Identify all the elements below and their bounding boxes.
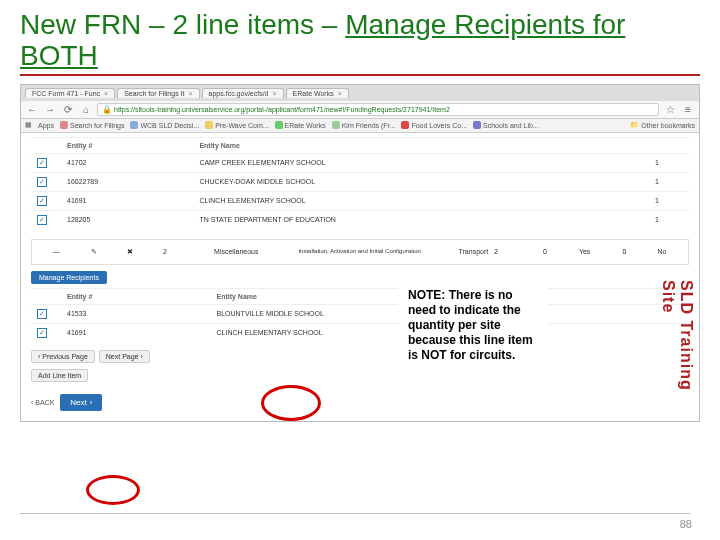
favicon-icon <box>130 121 138 129</box>
table-row: ✓41691CLINCH ELEMENTARY SCHOOL <box>31 323 689 342</box>
entity-name: CAMP CREEK ELEMENTARY SCHOOL <box>193 153 649 172</box>
col-entity-name: Entity Name <box>193 137 649 153</box>
favicon-icon <box>205 121 213 129</box>
chevron-right-icon: › <box>90 398 93 407</box>
table-row: ✓128205TN STATE DEPARTMENT OF EDUCATION1 <box>31 210 689 229</box>
entity-qty: 1 <box>649 172 689 191</box>
transport-val: 2 <box>494 248 498 255</box>
note-callout: NOTE: There is no need to indicate the q… <box>398 282 548 369</box>
forward-icon[interactable]: → <box>43 102 57 116</box>
footer-rule <box>20 513 690 514</box>
entity-id: 41702 <box>61 153 193 172</box>
bookmark-item[interactable]: WCB SLD Decisi... <box>130 121 199 129</box>
table-row: ✓41691CLINCH ELEMENTARY SCHOOL1 <box>31 191 689 210</box>
next-button[interactable]: Next› <box>60 394 102 411</box>
favicon-icon <box>473 121 481 129</box>
bookmark-item[interactable]: Food Lovers Co... <box>401 121 467 129</box>
table-row: ✓41702CAMP CREEK ELEMENTARY SCHOOL1 <box>31 153 689 172</box>
favicon-icon <box>275 121 283 129</box>
bookmark-item[interactable]: Schools and Lib... <box>473 121 539 129</box>
favicon-icon <box>332 121 340 129</box>
line-num: 2 <box>150 246 181 258</box>
reload-icon[interactable]: ⟳ <box>61 102 75 116</box>
table-row: ✓16022789CHUCKEY-DOAK MIDDLE SCHOOL1 <box>31 172 689 191</box>
annotation-circle <box>86 475 140 505</box>
other-bookmarks[interactable]: 📁 Other bookmarks <box>630 121 695 129</box>
line-item-summary: — ✎ ✖ 2 Miscellaneous Installation, Acti… <box>31 239 689 265</box>
entity-id: 41533 <box>61 304 210 323</box>
entity-qty: 1 <box>649 153 689 172</box>
url-text: https://sltools-training.universalservic… <box>114 106 450 113</box>
col-entity-num: Entity # <box>61 288 210 304</box>
entity-qty: 1 <box>649 210 689 229</box>
prev-page-button[interactable]: ‹ Previous Page <box>31 350 95 363</box>
recipients-table-1: Entity #Entity Name ✓41702CAMP CREEK ELE… <box>31 137 689 229</box>
entity-name: TN STATE DEPARTMENT OF EDUCATION <box>193 210 649 229</box>
close-icon[interactable]: × <box>273 90 277 97</box>
entity-qty: 1 <box>649 191 689 210</box>
table-row: ✓41533BLOUNTVILLE MIDDLE SCHOOL <box>31 304 689 323</box>
entity-id: 41691 <box>61 323 210 342</box>
url-bar: ← → ⟳ ⌂ 🔒 https://sltools-training.unive… <box>21 101 699 119</box>
checkbox[interactable]: ✓ <box>37 177 47 187</box>
table-header-row: Entity #Entity Name <box>31 288 689 304</box>
side-label: SLD Training Site <box>659 280 695 421</box>
title-rule <box>20 74 700 76</box>
browser-tab[interactable]: apps.fcc.gov/ecfs/d× <box>202 88 284 98</box>
col-entity-num: Entity # <box>61 137 193 153</box>
page-content: Entity #Entity Name ✓41702CAMP CREEK ELE… <box>21 133 699 421</box>
url-field[interactable]: 🔒 https://sltools-training.universalserv… <box>97 103 659 116</box>
edit-icon[interactable]: ✎ <box>76 246 111 258</box>
lock-icon: 🔒 <box>102 105 112 114</box>
pagination-row: ‹ Previous Page Next Page › <box>31 350 689 363</box>
val-yes: Yes <box>562 246 607 258</box>
checkbox[interactable]: ✓ <box>37 215 47 225</box>
favicon-icon <box>60 121 68 129</box>
transport-label: Transport <box>459 248 489 255</box>
expand-icon[interactable]: — <box>38 246 74 258</box>
val-zero2: 0 <box>609 246 640 258</box>
close-icon[interactable]: × <box>338 90 342 97</box>
favicon-icon <box>401 121 409 129</box>
checkbox[interactable]: ✓ <box>37 309 47 319</box>
bookmark-item[interactable]: ERate Works <box>275 121 326 129</box>
back-icon[interactable]: ← <box>25 102 39 116</box>
line-type: Miscellaneous <box>182 246 290 258</box>
entity-id: 128205 <box>61 210 193 229</box>
next-page-button[interactable]: Next Page › <box>99 350 150 363</box>
bottom-nav: ‹ BACK Next› <box>31 394 689 411</box>
page-number: 88 <box>680 518 692 530</box>
apps-icon[interactable]: ▦ <box>25 121 32 129</box>
bookmark-item[interactable]: Search for Filings <box>60 121 124 129</box>
bookmarks-bar: ▦ Apps Search for Filings WCB SLD Decisi… <box>21 119 699 133</box>
menu-icon[interactable]: ≡ <box>681 102 695 116</box>
bookmark-item[interactable]: Pre-Wave Com... <box>205 121 268 129</box>
checkbox[interactable]: ✓ <box>37 328 47 338</box>
browser-window: FCC Form 471 - Func× Search for Filings … <box>20 84 700 422</box>
browser-tab[interactable]: ERate Works× <box>286 88 349 98</box>
bookmark-item[interactable]: Kim Friends (Fr... <box>332 121 396 129</box>
star-icon[interactable]: ☆ <box>663 102 677 116</box>
checkbox[interactable]: ✓ <box>37 158 47 168</box>
home-icon[interactable]: ⌂ <box>79 102 93 116</box>
delete-icon[interactable]: ✖ <box>113 246 148 258</box>
entity-name: CHUCKEY-DOAK MIDDLE SCHOOL <box>193 172 649 191</box>
back-button[interactable]: ‹ BACK <box>31 399 54 406</box>
recipients-table-2: Entity #Entity Name ✓41533BLOUNTVILLE MI… <box>31 288 689 342</box>
entity-id: 16022789 <box>61 172 193 191</box>
browser-tab[interactable]: FCC Form 471 - Func× <box>25 88 115 98</box>
bookmark-item[interactable]: Apps <box>38 122 54 129</box>
manage-recipients-button[interactable]: Manage Recipients <box>31 271 107 284</box>
title-prefix: New FRN – 2 line items – <box>20 9 345 40</box>
val-zero: 0 <box>530 246 561 258</box>
line-detail: Installation, Activation and Initial Con… <box>292 246 426 258</box>
checkbox[interactable]: ✓ <box>37 196 47 206</box>
table-header-row: Entity #Entity Name <box>31 137 689 153</box>
entity-id: 41691 <box>61 191 193 210</box>
add-line-item-button[interactable]: Add Line Item <box>31 369 88 382</box>
slide-title: New FRN – 2 line items – Manage Recipien… <box>20 10 700 72</box>
close-icon[interactable]: × <box>188 90 192 97</box>
val-no: No <box>642 246 682 258</box>
browser-tab[interactable]: Search for Filings It× <box>117 88 199 98</box>
close-icon[interactable]: × <box>104 90 108 97</box>
